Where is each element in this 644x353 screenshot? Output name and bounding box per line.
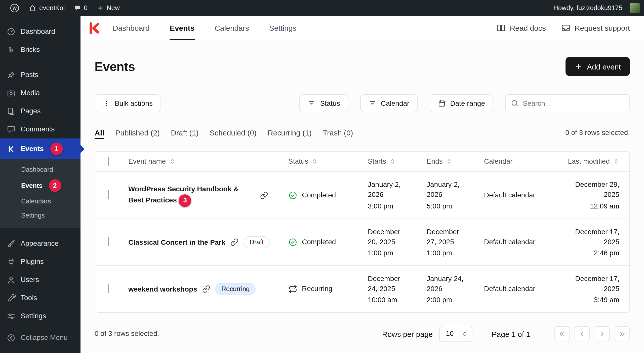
sidebar-separator (0, 59, 80, 66)
column-header-status[interactable]: Status (288, 156, 368, 166)
rows-selected-text: 0 of 3 rows selected. (95, 329, 159, 339)
chevrons-right-icon (618, 330, 626, 338)
plus-icon (575, 63, 582, 70)
event-name-link[interactable]: weekend workshops (128, 284, 197, 294)
tab-dashboard[interactable]: Dashboard (113, 16, 150, 40)
date-range-button[interactable]: Date range (429, 94, 493, 112)
status-tabs: All Published (2) Draft (1) Scheduled (0… (95, 127, 630, 138)
howdy-account-link[interactable]: Howdy, fuzizodoku9175 (549, 0, 627, 16)
submenu-item-calendars[interactable]: Calendars (0, 194, 80, 208)
comments-indicator[interactable]: 0 (69, 0, 92, 16)
sidebar-label: Settings (21, 311, 46, 321)
sidebar-item-media[interactable]: Media (0, 84, 80, 102)
row-checkbox[interactable] (108, 284, 109, 293)
last-modified-cell: December 17, 20252:46 pm (568, 226, 629, 258)
calendar-cell: Default calendar (484, 237, 568, 247)
submenu-item-events[interactable]: Events 2 (0, 177, 80, 194)
column-header-starts[interactable]: Starts (368, 156, 427, 166)
tab-events[interactable]: Events (170, 16, 194, 40)
draft-badge: Draft (244, 236, 270, 248)
sidebar-label: Appearance (21, 239, 59, 249)
sidebar-item-pages[interactable]: Pages (0, 102, 80, 120)
column-header-event-name[interactable]: Event name (128, 156, 288, 166)
wordpress-logo-icon[interactable]: W (5, 0, 24, 16)
sidebar-label: Dashboard (21, 27, 55, 37)
event-name-link[interactable]: WordPress Security Handbook & Best Pract… (128, 184, 255, 207)
sidebar-item-tools[interactable]: Tools (0, 289, 80, 307)
next-page-button[interactable] (595, 326, 610, 341)
table-footer: 0 of 3 rows selected. Rows per page 10 P… (95, 326, 630, 342)
calendar-cell: Default calendar (484, 284, 568, 294)
row-checkbox[interactable] (108, 190, 109, 199)
sidebar-label: Events (21, 144, 44, 154)
calendar-icon (437, 99, 446, 107)
ends-cell: January 24, 20262:00 pm (427, 273, 484, 305)
tab-calendars[interactable]: Calendars (215, 16, 249, 40)
calendar-filter-button[interactable]: Calendar (360, 94, 418, 112)
filter-icon (368, 99, 376, 107)
status-label: Recurring (302, 284, 332, 294)
status-cell: Completed (288, 237, 368, 247)
rows-per-page-select[interactable]: 10 (439, 326, 473, 342)
status-tab-trash[interactable]: Trash (0) (323, 127, 353, 138)
status-tab-all[interactable]: All (95, 127, 104, 138)
status-tab-scheduled[interactable]: Scheduled (0) (210, 127, 257, 138)
read-docs-link[interactable]: Read docs (496, 23, 546, 33)
status-filter-button[interactable]: Status (299, 94, 348, 112)
sidebar-item-comments[interactable]: Comments (0, 120, 80, 138)
search-input[interactable] (523, 99, 624, 107)
site-name: eventKoi (39, 4, 65, 13)
starts-cell: January 2, 20263:00 pm (368, 179, 427, 211)
row-checkbox[interactable] (108, 237, 109, 246)
first-page-button[interactable] (554, 326, 570, 341)
status-tab-published[interactable]: Published (2) (115, 127, 160, 138)
starts-cell: December 20, 20251:00 pm (368, 226, 427, 258)
collapse-menu-button[interactable]: Collapse Menu (0, 329, 80, 347)
read-docs-label: Read docs (510, 23, 546, 33)
chevron-left-icon (578, 330, 586, 338)
search-icon (511, 99, 519, 107)
previous-page-button[interactable] (575, 326, 590, 341)
events-table: Event name Status Starts Ends Calendar L… (95, 151, 630, 313)
submenu-item-dashboard[interactable]: Dashboard (0, 163, 80, 177)
avatar[interactable] (630, 3, 640, 13)
event-name-link[interactable]: Classical Concert in the Park (128, 237, 225, 248)
sidebar-item-bricks[interactable]: b Bricks (0, 41, 80, 59)
request-support-link[interactable]: Request support (561, 23, 630, 33)
howdy-text: Howdy, fuzizodoku9175 (553, 4, 622, 13)
sidebar-item-posts[interactable]: Posts (0, 66, 80, 84)
column-header-ends[interactable]: Ends (427, 156, 484, 166)
submenu-label: Settings (21, 211, 45, 220)
last-page-button[interactable] (615, 326, 630, 341)
sidebar-label: Comments (21, 124, 55, 134)
link-icon[interactable] (202, 285, 210, 293)
sidebar-item-appearance[interactable]: Appearance (0, 234, 80, 253)
sidebar-label: Tools (21, 293, 37, 303)
event-name-cell: Classical Concert in the Park Draft (128, 236, 288, 248)
link-icon[interactable] (230, 238, 238, 246)
submenu-item-settings[interactable]: Settings (0, 209, 80, 223)
page-head: Events Add event (95, 57, 630, 76)
sort-icon (389, 158, 396, 165)
column-header-last-modified[interactable]: Last modified (568, 156, 629, 166)
bulk-actions-button[interactable]: Bulk actions (95, 94, 161, 112)
tab-settings[interactable]: Settings (269, 16, 296, 40)
sidebar-item-users[interactable]: Users (0, 271, 80, 289)
status-tab-draft[interactable]: Draft (1) (171, 127, 198, 138)
sidebar-item-dashboard[interactable]: Dashboard (0, 23, 80, 41)
status-cell: Recurring (288, 284, 368, 294)
sidebar-item-plugins[interactable]: Plugins (0, 253, 80, 271)
site-name-link[interactable]: eventKoi (24, 0, 69, 16)
sidebar-item-settings[interactable]: Settings (0, 307, 80, 325)
admin-bar-account: Howdy, fuzizodoku9175 (549, 0, 640, 16)
select-all-checkbox[interactable] (108, 156, 109, 165)
new-content-button[interactable]: New (92, 0, 124, 16)
wp-admin-bar: W eventKoi 0 New Howdy, fuzizodoku9175 (0, 0, 644, 16)
add-event-button[interactable]: Add event (566, 57, 630, 76)
link-icon[interactable] (260, 191, 268, 199)
sidebar-label: Collapse Menu (21, 333, 68, 343)
sidebar-item-events[interactable]: Events 1 (0, 138, 80, 159)
eventkoi-logo[interactable] (88, 21, 101, 34)
status-tab-recurring[interactable]: Recurring (1) (268, 127, 312, 138)
comments-bubble-icon (6, 124, 16, 134)
